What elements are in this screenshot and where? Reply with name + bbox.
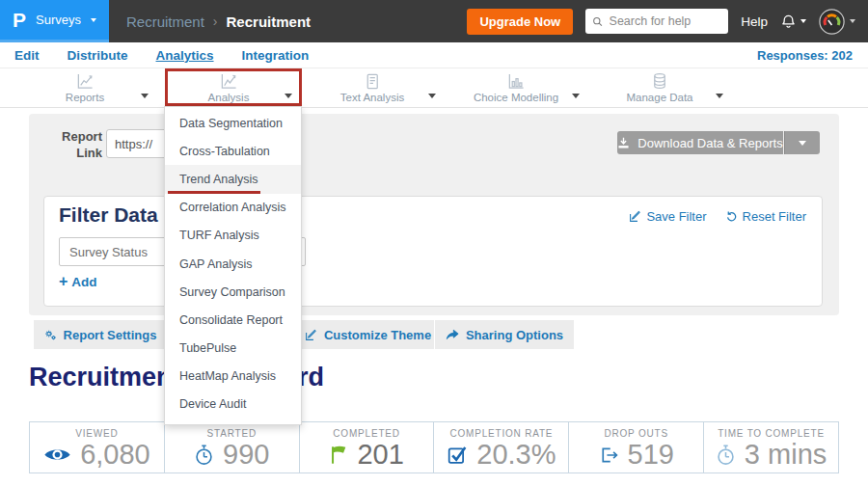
trend-chart-icon — [219, 72, 238, 91]
stats-bar: VIEWED 6,080 STARTED 990 COMPLETED 201 — [29, 421, 839, 473]
menu-item-device-audit[interactable]: Device Audit — [165, 391, 301, 418]
add-filter-button[interactable]: + Add — [59, 274, 97, 289]
choice-modelling-dropdown-caret[interactable] — [572, 85, 580, 102]
tab-sharing-options[interactable]: Sharing Options — [435, 320, 574, 349]
toolbar-button-label: Manage Data — [602, 92, 718, 103]
stat-viewed: VIEWED 6,080 — [30, 422, 164, 472]
stat-label: TIME TO COMPLETE — [704, 428, 838, 439]
analysis-dropdown-caret[interactable] — [285, 85, 292, 102]
line-chart-icon — [75, 72, 95, 91]
flag-icon — [329, 445, 348, 466]
surveys-menu-button[interactable]: P Surveys — [0, 0, 109, 42]
menu-item-consolidate-report[interactable]: Consolidate Report — [165, 306, 301, 334]
reports-dropdown-caret[interactable] — [141, 85, 149, 102]
stat-value: 20.3% — [476, 439, 556, 471]
chevron-down-icon — [800, 19, 806, 23]
survey-nav: Edit Distribute Analytics Integration Re… — [0, 42, 868, 68]
stopwatch-icon — [194, 444, 214, 466]
toolbar-manage-data-button[interactable]: Manage Data — [602, 72, 718, 103]
nav-integration[interactable]: Integration — [242, 48, 310, 63]
stat-completion-rate: COMPLETION RATE 20.3% — [433, 422, 568, 472]
stat-label: COMPLETED — [300, 428, 434, 439]
text-analysis-dropdown-caret[interactable] — [428, 85, 436, 102]
stat-label: STARTED — [165, 428, 299, 439]
content-area: Report Link Download Data & Reports Filt… — [0, 108, 868, 486]
filter-actions: Save Filter Reset Filter — [629, 209, 806, 224]
eye-icon — [43, 446, 71, 464]
menu-item-heatmap-analysis[interactable]: HeatMap Analysis — [165, 363, 301, 391]
account-menu-button[interactable] — [819, 9, 855, 35]
nav-analytics[interactable]: Analytics — [156, 48, 214, 63]
stat-label: DROP OUTS — [569, 428, 703, 439]
stat-value: 3 mins — [745, 439, 827, 471]
save-filter-label: Save Filter — [646, 209, 706, 224]
search-icon — [592, 15, 603, 28]
pencil-icon — [305, 329, 317, 341]
toolbar-text-analysis-button[interactable]: Text Analysis — [314, 72, 430, 103]
menu-item-tubepulse[interactable]: TubePulse — [165, 335, 301, 363]
responses-count[interactable]: Responses: 202 — [757, 48, 868, 63]
share-icon — [446, 329, 459, 341]
plus-icon: + — [59, 274, 68, 289]
tab-label: Customize Theme — [324, 328, 431, 342]
download-icon — [617, 137, 630, 149]
stat-value: 201 — [357, 439, 403, 471]
exit-icon — [599, 446, 619, 465]
manage-data-dropdown-caret[interactable] — [716, 85, 723, 102]
menu-item-trend-analysis[interactable]: Trend Analysis — [165, 165, 301, 193]
stat-label: COMPLETION RATE — [434, 428, 568, 439]
menu-item-turf-analysis[interactable]: TURF Analysis — [165, 222, 301, 250]
edit-icon — [629, 210, 641, 223]
chevron-down-icon — [91, 18, 96, 22]
bell-icon — [780, 13, 797, 30]
stat-started: STARTED 990 — [164, 422, 299, 472]
menu-item-gap-analysis[interactable]: GAP Analysis — [165, 250, 301, 278]
save-filter-link[interactable]: Save Filter — [629, 209, 706, 224]
breadcrumb-separator: › — [213, 14, 218, 29]
toolbar-button-label: Analysis — [171, 92, 286, 103]
tab-customize-theme[interactable]: Customize Theme — [302, 320, 434, 349]
stat-value: 519 — [628, 439, 674, 471]
download-data-reports-button[interactable]: Download Data & Reports — [617, 131, 783, 154]
download-button-label: Download Data & Reports — [637, 136, 782, 150]
upgrade-now-button[interactable]: Upgrade Now — [467, 9, 573, 35]
toolbar-button-label: Choice Modelling — [458, 92, 574, 103]
breadcrumb-parent[interactable]: Recruitment — [126, 14, 204, 30]
menu-item-cross-tabulation[interactable]: Cross-Tabulation — [165, 137, 301, 165]
stat-value: 6,080 — [80, 439, 150, 471]
help-link[interactable]: Help — [741, 14, 768, 29]
document-icon — [363, 72, 382, 91]
reset-filter-link[interactable]: Reset Filter — [725, 209, 806, 224]
stat-label: VIEWED — [30, 428, 164, 439]
avatar — [819, 9, 845, 35]
surveys-menu-label: Surveys — [36, 13, 81, 27]
toolbar-choice-modelling-button[interactable]: Choice Modelling — [458, 72, 574, 103]
report-link-label: Report Link — [44, 128, 102, 161]
toolbar-button-label: Reports — [27, 92, 143, 103]
toolbar-reports-button[interactable]: Reports — [27, 72, 143, 103]
add-filter-label: Add — [71, 275, 96, 289]
search-input[interactable] — [610, 14, 722, 28]
tab-report-settings[interactable]: Report Settings — [34, 320, 166, 349]
chevron-down-icon — [850, 19, 855, 23]
menu-item-correlation-analysis[interactable]: Correlation Analysis — [165, 194, 301, 222]
tab-label: Sharing Options — [466, 328, 563, 342]
help-search — [585, 9, 728, 34]
stat-value: 990 — [223, 439, 269, 471]
checkbox-icon — [447, 445, 468, 465]
reset-filter-label: Reset Filter — [743, 209, 806, 224]
bar-chart-icon — [506, 72, 526, 91]
stat-drop-outs: DROP OUTS 519 — [568, 422, 703, 472]
gears-icon — [43, 328, 57, 341]
timer-icon — [716, 444, 736, 466]
app-window: P Surveys Recruitment › Recruitment Upgr… — [0, 0, 868, 486]
menu-item-survey-comparison[interactable]: Survey Comparison — [165, 278, 301, 306]
download-options-caret[interactable] — [784, 131, 820, 154]
stat-completed: COMPLETED 201 — [299, 422, 434, 472]
nav-distribute[interactable]: Distribute — [68, 48, 128, 63]
notifications-button[interactable] — [780, 13, 806, 30]
toolbar-analysis-button[interactable]: Analysis — [171, 72, 286, 103]
nav-edit[interactable]: Edit — [14, 48, 40, 63]
toolbar-button-label: Text Analysis — [314, 92, 430, 103]
menu-item-data-segmentation[interactable]: Data Segmentation — [165, 109, 301, 137]
